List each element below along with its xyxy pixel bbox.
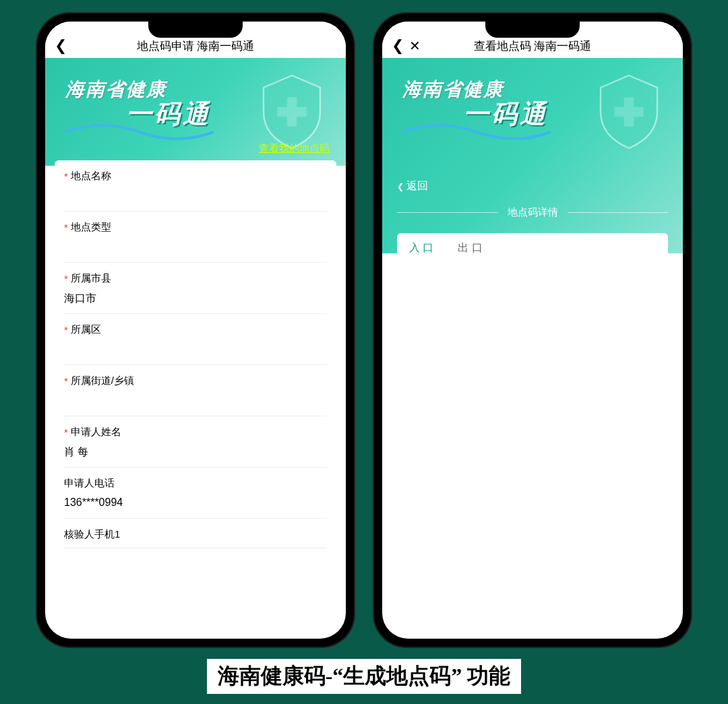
form-field[interactable]: *地点名称 <box>64 160 327 212</box>
field-label-text: 地点类型 <box>71 221 111 234</box>
form-field[interactable]: *申请人姓名肖 每 <box>64 416 327 468</box>
shield-icon <box>588 71 669 152</box>
field-label: *申请人姓名 <box>64 426 327 439</box>
form-field[interactable]: 核验人手机1 <box>64 519 327 548</box>
notch <box>485 22 580 38</box>
page-title: 地点码申请 海南一码通 <box>45 38 346 54</box>
back-icon[interactable]: ❮ <box>392 37 404 55</box>
back-icon[interactable]: ❮ <box>55 37 67 55</box>
required-marker: * <box>64 222 68 233</box>
view-my-codes-link[interactable]: 查看我的地点码 <box>259 142 330 155</box>
field-label-text: 所属街道/乡镇 <box>71 375 134 387</box>
required-marker: * <box>64 170 68 182</box>
tabs: 入 口出 口 <box>397 233 668 253</box>
form-field[interactable]: *地点类型 <box>64 212 327 263</box>
field-label: 核验人手机1 <box>64 528 327 541</box>
screen-right: ❮ ✕ 查看地点码 海南一码通 海南省健康 一码通 ❮ 返回 地点码详情 入 口… <box>382 22 683 639</box>
field-value <box>64 343 327 358</box>
svg-rect-3 <box>614 107 643 117</box>
form-field[interactable]: 申请人电话136****0994 <box>64 468 327 519</box>
field-value: 肖 每 <box>64 445 327 460</box>
form-field[interactable]: *所属市县海口市 <box>64 263 327 314</box>
banner-left: 海南省健康 一码通 查看我的地点码 <box>45 58 346 166</box>
tab-entry[interactable]: 入 口 <box>397 233 446 253</box>
detail-header-text: 地点码详情 <box>498 206 568 219</box>
form-field[interactable]: *所属街道/乡镇 <box>64 365 327 416</box>
required-marker: * <box>64 324 68 335</box>
field-label-text: 所属市县 <box>71 272 111 285</box>
figure-caption: 海南健康码-“生成地点码” 功能 <box>207 659 522 694</box>
field-label-text: 申请人姓名 <box>71 426 121 439</box>
field-label: *所属区 <box>64 323 327 336</box>
field-value <box>64 241 327 255</box>
wave-icon <box>402 122 551 142</box>
required-marker: * <box>64 426 68 438</box>
field-label: 申请人电话 <box>64 477 327 490</box>
field-label: *所属街道/乡镇 <box>64 375 327 387</box>
chevron-left-icon: ❮ <box>397 182 404 191</box>
required-marker: * <box>64 375 68 387</box>
field-value <box>64 394 327 409</box>
field-value <box>64 189 327 204</box>
form-field[interactable]: *所属区 <box>64 314 327 365</box>
banner-right: 海南省健康 一码通 ❮ 返回 地点码详情 入 口出 口 <box>382 58 683 253</box>
field-label: *地点类型 <box>64 221 327 234</box>
field-label: *地点名称 <box>64 170 327 183</box>
tab-exit[interactable]: 出 口 <box>446 233 494 253</box>
close-icon[interactable]: ✕ <box>409 38 421 54</box>
divider <box>568 212 669 213</box>
divider <box>397 212 498 213</box>
phone-right: ❮ ✕ 查看地点码 海南一码通 海南省健康 一码通 ❮ 返回 地点码详情 入 口… <box>374 13 691 647</box>
qr-card: 入 口出 口 地点名: 数 有 市/区: 海口 美兰区 街 <box>397 233 668 253</box>
application-form: *地点名称*地点类型*所属市县海口市*所属区*所属街道/乡镇*申请人姓名肖 每申… <box>55 160 336 548</box>
field-label-text: 申请人电话 <box>64 477 115 490</box>
field-value: 海口市 <box>64 292 327 307</box>
field-value: 136****0994 <box>64 497 327 511</box>
required-marker: * <box>64 273 68 284</box>
back-label: 返回 <box>406 179 428 193</box>
shield-icon <box>251 71 332 152</box>
field-label-text: 地点名称 <box>71 170 111 183</box>
screen-left: ❮ 地点码申请 海南一码通 海南省健康 一码通 查看我的地点码 *地点名称*地点… <box>45 22 346 639</box>
detail-header: 地点码详情 <box>382 206 683 219</box>
field-label-text: 核验人手机1 <box>64 528 120 541</box>
page-title: 查看地点码 海南一码通 <box>382 38 683 54</box>
wave-icon <box>65 122 214 142</box>
phone-left: ❮ 地点码申请 海南一码通 海南省健康 一码通 查看我的地点码 *地点名称*地点… <box>37 13 354 647</box>
field-label: *所属市县 <box>64 272 327 285</box>
svg-rect-1 <box>277 107 306 117</box>
notch <box>148 22 243 38</box>
phones-row: ❮ 地点码申请 海南一码通 海南省健康 一码通 查看我的地点码 *地点名称*地点… <box>37 13 691 647</box>
field-label-text: 所属区 <box>71 323 101 336</box>
back-button[interactable]: ❮ 返回 <box>397 179 428 193</box>
